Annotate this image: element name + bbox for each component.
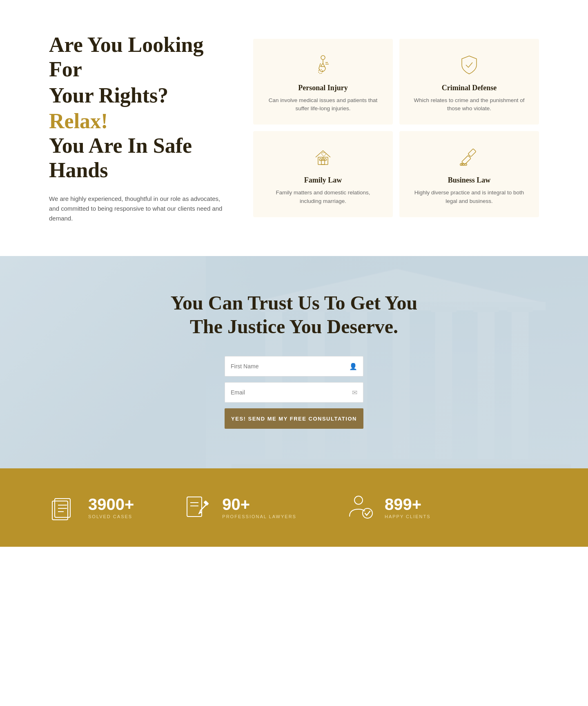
svg-point-0 (321, 56, 325, 60)
solved-cases-icon (49, 493, 78, 522)
card-personal-injury-desc: Can involve medical issues and patients … (265, 96, 381, 114)
trust-title-line1: You Can Trust Us To Get You (171, 292, 418, 314)
family-svg (312, 146, 334, 169)
card-personal-injury: Personal Injury Can involve medical issu… (253, 39, 393, 125)
stat-professional-lawyers: 90+ PROFESSIONAL LAWYERS (183, 493, 296, 522)
email-field[interactable]: ✉ (225, 382, 363, 403)
svg-point-42 (354, 496, 363, 504)
person-check-svg (345, 493, 375, 522)
stat-solved-cases-label: SOLVED CASES (88, 514, 134, 519)
gavel-svg (458, 146, 481, 169)
svg-rect-41 (204, 501, 209, 505)
submit-consultation-button[interactable]: YES! SEND ME MY FREE CONSULTATION (225, 408, 363, 429)
card-business-law-title: Business Law (448, 176, 491, 185)
trust-content: You Can Trust Us To Get You The Justice … (171, 291, 418, 429)
card-family-law: Family Law Family matters and domestic r… (253, 131, 393, 217)
practice-cards-grid: Personal Injury Can involve medical issu… (253, 39, 539, 218)
email-input[interactable] (231, 389, 349, 396)
first-name-field[interactable]: 👤 (225, 356, 363, 376)
looking-subtitle: You Are In Safe Hands (49, 134, 229, 183)
personal-injury-icon (310, 52, 336, 78)
card-family-law-desc: Family matters and domestic relations, i… (265, 189, 381, 206)
looking-title-line2: Your Rights? (49, 83, 229, 108)
svg-point-4 (320, 159, 322, 161)
first-name-input[interactable] (231, 363, 346, 370)
user-icon: 👤 (349, 363, 357, 370)
svg-point-6 (322, 158, 324, 160)
card-business-law-desc: Highly diverse practice and is integral … (411, 189, 528, 206)
business-law-icon (456, 144, 482, 170)
looking-title-line1: Are You Looking For (49, 33, 229, 82)
card-criminal-defense: Criminal Defense Which relates to crime … (399, 39, 539, 125)
trust-title-line2: The Justice You Deserve. (190, 316, 398, 337)
stat-happy-clients-number: 899+ (385, 496, 431, 512)
stat-solved-cases-text: 3900+ SOLVED CASES (88, 496, 134, 519)
card-criminal-defense-desc: Which relates to crime and the punishmen… (411, 96, 528, 114)
happy-clients-icon (345, 493, 375, 522)
shield-check-svg (458, 53, 481, 76)
card-personal-injury-title: Personal Injury (298, 84, 348, 92)
stat-professional-lawyers-number: 90+ (222, 496, 296, 512)
document-pen-svg (183, 493, 212, 522)
stat-happy-clients-label: HAPPY CLIENTS (385, 514, 431, 519)
stat-professional-lawyers-label: PROFESSIONAL LAWYERS (222, 514, 296, 519)
family-law-icon (310, 144, 336, 170)
card-criminal-defense-title: Criminal Defense (442, 84, 497, 92)
person-injury-svg (312, 53, 334, 76)
professional-lawyers-icon (183, 493, 212, 522)
svg-rect-3 (321, 160, 325, 165)
trust-title: You Can Trust Us To Get You The Justice … (171, 291, 418, 338)
looking-relax: Relax! (49, 109, 229, 134)
svg-rect-11 (460, 164, 467, 165)
email-icon: ✉ (352, 389, 357, 396)
stat-happy-clients-text: 899+ HAPPY CLIENTS (385, 496, 431, 519)
svg-rect-8 (468, 149, 476, 157)
svg-point-5 (325, 159, 327, 161)
documents-svg (49, 493, 78, 522)
looking-left-content: Are You Looking For Your Rights? Relax! … (49, 33, 253, 223)
looking-description: We are highly experienced, thoughtful in… (49, 194, 229, 223)
stat-solved-cases-number: 3900+ (88, 496, 134, 512)
card-business-law: Business Law Highly diverse practice and… (399, 131, 539, 217)
stat-happy-clients: 899+ HAPPY CLIENTS (345, 493, 431, 522)
stats-section: 3900+ SOLVED CASES 90+ PROFESSIONAL LAWY… (0, 468, 588, 547)
criminal-defense-icon (456, 52, 482, 78)
looking-for-section: Are You Looking For Your Rights? Relax! … (0, 0, 588, 256)
trust-section: You Can Trust Us To Get You The Justice … (0, 256, 588, 468)
trust-form: 👤 ✉ YES! SEND ME MY FREE CONSULTATION (225, 356, 363, 429)
svg-point-43 (363, 508, 372, 518)
card-family-law-title: Family Law (304, 176, 342, 185)
stat-professional-lawyers-text: 90+ PROFESSIONAL LAWYERS (222, 496, 296, 519)
stat-solved-cases: 3900+ SOLVED CASES (49, 493, 134, 522)
